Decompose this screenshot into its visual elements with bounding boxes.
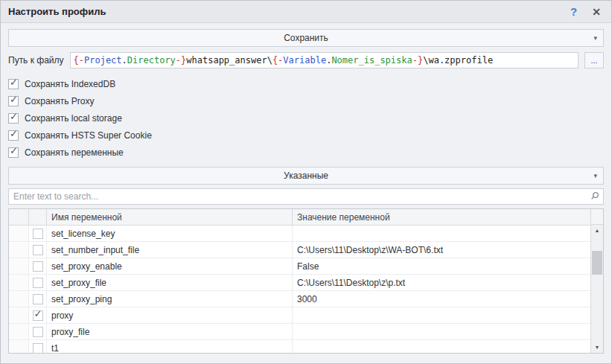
variables-mode-value: Указанные (284, 170, 328, 181)
file-path-label: Путь к файлу (8, 55, 64, 66)
row-checkbox[interactable]: ✓ (33, 327, 43, 337)
row-checkbox-cell[interactable]: ✓ (29, 340, 47, 353)
checkbox[interactable]: ✓ (8, 96, 19, 106)
browse-button[interactable]: ... (584, 52, 604, 68)
row-checkbox[interactable]: ✓ (33, 261, 43, 272)
checkbox-save-local-storage[interactable]: ✓ Сохранять local storage (8, 109, 604, 127)
variable-name-cell: set_proxy_enable (47, 258, 293, 274)
row-checkbox[interactable]: ✓ (33, 278, 43, 288)
row-indicator-cell (9, 226, 29, 241)
row-indicator-cell (9, 324, 29, 339)
variable-value-cell: 3000 (293, 291, 590, 307)
checkbox-save-variables[interactable]: ✓ Сохранять переменные (8, 144, 604, 161)
variable-value-cell: False (293, 258, 590, 274)
row-checkbox-cell[interactable]: ✓ (29, 275, 47, 290)
checkbox[interactable]: ✓ (8, 79, 19, 89)
row-checkbox[interactable]: ✓ (33, 310, 43, 321)
row-indicator-header-cell (9, 209, 29, 225)
variables-grid: Имя переменной Значение переменной ✓ set… (9, 209, 590, 353)
dialog-content: Сохранить ▾ Путь к файлу {-Project.Direc… (1, 23, 611, 363)
check-icon: ✓ (10, 77, 18, 88)
save-action-value: Сохранить (284, 33, 328, 43)
checkbox-save-hsts-super-cookie[interactable]: ✓ Сохранять HSTS Super Cookie (8, 127, 604, 144)
path-token: whatsapp_answer\ (186, 55, 272, 66)
vertical-scrollbar: ▲ ▼ (590, 209, 603, 353)
checkbox-save-indexeddb[interactable]: ✓ Сохранять IndexedDB (8, 75, 604, 92)
scrollbar-up-button[interactable]: ▲ (591, 225, 603, 236)
path-token: Variable (283, 55, 326, 66)
row-checkbox[interactable]: ✓ (33, 245, 43, 255)
variable-value-cell: C:\Users\11\Desktop\z\WA-BOT\6.txt (293, 242, 590, 258)
table-row[interactable]: ✓ set_number_input_file C:\Users\11\Desk… (9, 242, 590, 258)
table-row[interactable]: ✓ t1 (9, 340, 590, 353)
path-token: -} (412, 55, 423, 66)
row-indicator-cell (9, 340, 29, 353)
table-row[interactable]: ✓ set_license_key (9, 226, 590, 242)
save-action-dropdown[interactable]: Сохранить ▾ (8, 29, 604, 47)
check-icon: ✓ (10, 111, 18, 122)
search-icon (590, 191, 599, 201)
row-checkbox-cell[interactable]: ✓ (29, 226, 47, 241)
path-token: Nomer_is_spiska (331, 55, 412, 66)
row-checkbox-cell[interactable]: ✓ (29, 242, 47, 258)
table-row[interactable]: ✓ set_proxy_file C:\Users\11\Desktop\z\p… (9, 275, 590, 291)
row-indicator-cell (9, 258, 29, 274)
close-icon[interactable]: ✕ (592, 6, 601, 18)
row-checkbox[interactable]: ✓ (33, 229, 43, 239)
row-checkbox-cell[interactable]: ✓ (29, 324, 47, 339)
checkbox-header-cell[interactable] (29, 209, 47, 225)
row-indicator-cell (9, 291, 29, 307)
variable-name-cell: proxy (47, 307, 293, 323)
dialog-titlebar: Настроить профиль ? ✕ (1, 1, 611, 23)
check-icon: ✓ (10, 145, 18, 156)
path-token: -} (176, 55, 186, 66)
checkbox[interactable]: ✓ (8, 113, 19, 124)
variable-name-cell: set_proxy_file (47, 275, 293, 290)
checkbox-label: Сохранять переменные (25, 147, 124, 158)
row-indicator-cell (9, 275, 29, 290)
check-icon: ✓ (10, 94, 18, 105)
checkbox-label: Сохранять local storage (25, 113, 122, 124)
file-path-row: Путь к файлу {-Project.Directory-}whatsa… (8, 52, 604, 68)
row-checkbox-cell[interactable]: ✓ (29, 258, 47, 274)
search-input[interactable] (8, 188, 604, 205)
checkbox-label: Сохранять IndexedDB (25, 79, 115, 89)
search-box (8, 188, 604, 205)
table-row[interactable]: ✓ set_proxy_ping 3000 (9, 291, 590, 307)
scrollbar-track[interactable] (591, 236, 603, 342)
scrollbar-thumb[interactable] (592, 251, 602, 275)
check-icon: ✓ (34, 308, 42, 319)
row-checkbox[interactable]: ✓ (33, 343, 43, 354)
scrollbar-header-cell (591, 209, 603, 225)
variable-name-cell: t1 (47, 340, 293, 353)
scrollbar-down-button[interactable]: ▼ (591, 342, 603, 353)
help-icon[interactable]: ? (570, 5, 577, 18)
variable-name-cell: set_license_key (47, 226, 293, 241)
variable-value-cell: C:\Users\11\Desktop\z\p.txt (293, 275, 590, 290)
variable-name-cell: set_proxy_ping (47, 291, 293, 307)
file-path-input[interactable]: {-Project.Directory-}whatsapp_answer\{-V… (70, 52, 578, 68)
row-checkbox[interactable]: ✓ (33, 294, 43, 304)
variable-name-cell: proxy_file (47, 324, 293, 339)
checkbox-save-proxy[interactable]: ✓ Сохранять Proxy (8, 92, 604, 109)
row-checkbox-cell[interactable]: ✓ (29, 291, 47, 307)
checkbox[interactable]: ✓ (8, 147, 19, 158)
variable-name-cell: set_number_input_file (47, 242, 293, 258)
table-row[interactable]: ✓ set_proxy_enable False (9, 258, 590, 275)
variable-value-cell (293, 226, 590, 241)
column-header-variable-name[interactable]: Имя переменной (47, 209, 293, 225)
chevron-down-icon: ▾ (593, 34, 597, 42)
variables-mode-dropdown[interactable]: Указанные ▾ (8, 167, 604, 185)
path-token: . (326, 55, 331, 66)
checkbox[interactable]: ✓ (8, 130, 19, 141)
dialog-title: Настроить профиль (8, 6, 570, 17)
variable-value-cell (293, 340, 590, 353)
row-checkbox-cell[interactable]: ✓ (29, 307, 47, 323)
path-token: \wa.zpprofile (423, 55, 493, 66)
table-row[interactable]: ✓ proxy_file (9, 324, 590, 340)
column-header-variable-value[interactable]: Значение переменной (293, 209, 590, 225)
path-token: Project (84, 55, 122, 66)
checkbox-label: Сохранять Proxy (25, 96, 94, 106)
checkbox-label: Сохранять HSTS Super Cookie (25, 130, 152, 141)
table-row[interactable]: ✓ proxy (9, 307, 590, 324)
